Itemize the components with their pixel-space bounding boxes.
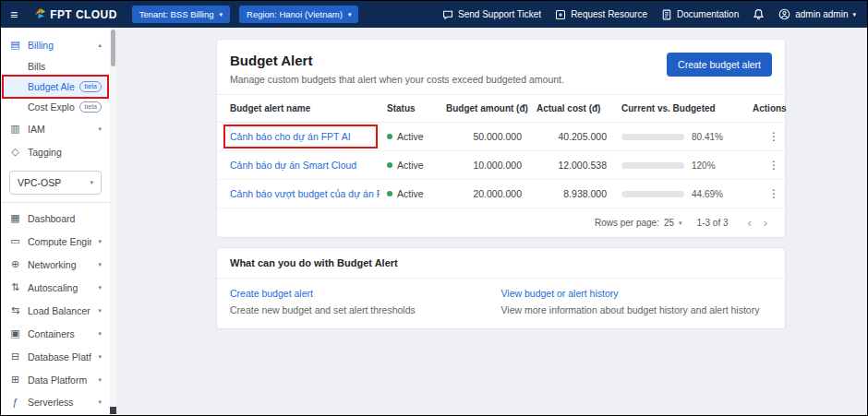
compute-engine-icon: ▭	[9, 235, 21, 247]
rows-per-page-value: 25	[664, 218, 674, 228]
menu-icon[interactable]: ≡	[10, 8, 18, 21]
view-budget-history-link[interactable]: View budget or alert history	[501, 288, 773, 299]
sidebar-item-cost-explorer[interactable]: Cost Explorer beta	[1, 97, 110, 117]
help-card-title: What can you do with Budget Alert	[217, 248, 785, 279]
budget-alert-name-link[interactable]: Cảnh báo dự án Smart Cloud	[230, 160, 356, 171]
topbar: ≡ FPT CLOUD Tenant: BSS Billing ▾ Region…	[1, 1, 867, 28]
row-actions-kebab-icon[interactable]: ⋮	[768, 159, 779, 172]
budget-alert-name-link[interactable]: Cảnh báo vượt budget của dự án FCI	[230, 188, 380, 199]
table-row: Cảnh báo cho dự án FPT AI Active 50.000.…	[217, 123, 787, 151]
help-card: What can you do with Budget Alert Create…	[216, 247, 786, 329]
request-resource-label: Request Resource	[571, 9, 647, 19]
vpc-selector[interactable]: VPC-OSP ▾	[9, 171, 102, 195]
sidebar-item-label: Serverless	[28, 397, 74, 408]
budget-amount-value: 20.000.000	[439, 180, 529, 208]
actual-cost-value: 40.205.000	[529, 123, 614, 151]
tenant-selector-label: Tenant: BSS Billing	[139, 9, 214, 19]
vpc-selector-value: VPC-OSP	[18, 177, 61, 188]
sidebar-item-label: IAM	[28, 124, 45, 135]
send-support-ticket-link[interactable]: Send Support Ticket	[442, 9, 541, 20]
sidebar-item-load-balancer[interactable]: ⇆ Load Balancer ▾	[1, 299, 110, 322]
create-budget-alert-link[interactable]: Create budget alert	[230, 288, 501, 299]
database-icon: ⊟	[9, 351, 21, 363]
send-support-ticket-label: Send Support Ticket	[458, 9, 541, 19]
chevron-down-icon: ▾	[98, 238, 102, 245]
sidebar-item-database-platform[interactable]: ⊟ Database Platform ▾	[1, 345, 110, 368]
table-row: Cảnh báo dự án Smart Cloud Active 10.000…	[217, 151, 787, 180]
budget-amount-value: 10.000.000	[439, 151, 529, 180]
budget-alert-card: Budget Alert Manage custom budgets that …	[216, 39, 786, 238]
header-budget-amount: Budget amount (đ)	[439, 95, 529, 123]
sidebar-item-dashboard[interactable]: ▦ Dashboard	[1, 207, 110, 230]
iam-icon: ▥	[9, 123, 21, 135]
request-resource-link[interactable]: Request Resource	[555, 9, 647, 20]
scrollbar-thumb[interactable]	[111, 30, 115, 66]
progress-percent-label: 120%	[692, 160, 716, 171]
sidebar-item-label: Dashboard	[28, 213, 75, 224]
chevron-down-icon: ▾	[852, 11, 856, 18]
pagination-range-label: 1-3 of 3	[697, 218, 729, 228]
user-name-label: admin admin	[795, 9, 848, 19]
documentation-link[interactable]: Documentation	[661, 9, 739, 20]
budget-alert-name-link[interactable]: Cảnh báo cho dự án FPT AI	[230, 131, 351, 142]
fpt-logo-mark-icon	[34, 6, 46, 23]
tenant-selector[interactable]: Tenant: BSS Billing ▾	[132, 6, 230, 23]
previous-page-button[interactable]: ‹	[743, 216, 756, 230]
header-actual-cost: Actual cost (đ)	[529, 95, 614, 123]
table-row: Cảnh báo vượt budget của dự án FCI Activ…	[217, 180, 787, 208]
load-balancer-icon: ⇆	[9, 304, 21, 316]
sidebar-item-label: Autoscaling	[28, 282, 78, 293]
sidebar-divider	[1, 202, 110, 203]
chevron-down-icon: ▾	[98, 398, 102, 406]
rows-per-page-label: Rows per page:	[595, 218, 659, 228]
sidebar: ▤ Billing ▴ Bills Budget Alert beta Cost…	[1, 28, 110, 415]
chevron-down-icon: ▾	[90, 179, 93, 186]
user-avatar-icon	[778, 8, 790, 20]
sidebar-item-networking[interactable]: ⊕ Networking ▾	[1, 253, 110, 276]
sidebar-item-label: Data Platform	[28, 374, 87, 386]
sidebar-scrollbar[interactable]	[110, 28, 116, 415]
sidebar-item-ai-platform[interactable]: ◈ AI Platform ▾	[1, 413, 110, 415]
dashboard-icon: ▦	[9, 212, 21, 224]
help-item-description: View more information about budget histo…	[501, 304, 773, 315]
data-platform-icon: ⊞	[9, 374, 21, 386]
sidebar-item-label: Budget Alert	[28, 81, 75, 92]
row-actions-kebab-icon[interactable]: ⋮	[768, 187, 779, 200]
sidebar-item-compute-engine[interactable]: ▭ Compute Engine ▾	[1, 230, 110, 253]
sidebar-item-tagging[interactable]: ◇ Tagging	[1, 140, 110, 163]
networking-icon: ⊕	[9, 258, 21, 270]
sidebar-item-label: Database Platform	[28, 351, 91, 363]
notifications-bell-icon[interactable]	[753, 8, 765, 20]
sidebar-item-autoscaling[interactable]: ⇅ Autoscaling ▾	[1, 276, 110, 299]
user-menu[interactable]: admin admin ▾	[778, 8, 856, 20]
help-item: View budget or alert history View more i…	[501, 288, 773, 315]
create-budget-alert-button[interactable]: Create budget alert	[667, 53, 772, 77]
sidebar-item-containers[interactable]: ▣ Containers ▾	[1, 322, 110, 345]
support-ticket-icon	[442, 9, 453, 20]
status-label: Active	[397, 131, 424, 142]
app-window: ≡ FPT CLOUD Tenant: BSS Billing ▾ Region…	[0, 0, 868, 416]
region-selector-label: Region: Hanoi (Vietnam)	[247, 9, 343, 19]
sidebar-item-billing[interactable]: ▤ Billing ▴	[1, 33, 110, 56]
status-dot	[387, 191, 392, 196]
page-title: Budget Alert	[230, 53, 564, 68]
sidebar-item-budget-alert[interactable]: Budget Alert beta	[1, 77, 110, 97]
next-page-button[interactable]: ›	[759, 216, 772, 230]
progress-percent-label: 44.69%	[692, 189, 723, 199]
rows-per-page-select[interactable]: Rows per page: 25 ▾	[595, 218, 682, 228]
actual-cost-value: 8.938.000	[529, 180, 614, 208]
chevron-down-icon: ▾	[679, 220, 682, 227]
chevron-down-icon: ▾	[220, 11, 223, 18]
sidebar-item-iam[interactable]: ▥ IAM ▾	[1, 117, 110, 140]
scrollbar-endcap	[110, 407, 116, 414]
header-budget-alert-name: Budget alert name	[217, 95, 380, 123]
sidebar-item-label: Bills	[28, 61, 45, 72]
fpt-cloud-logo: FPT CLOUD	[34, 6, 117, 23]
sidebar-item-bills[interactable]: Bills	[1, 56, 110, 77]
row-actions-kebab-icon[interactable]: ⋮	[768, 130, 779, 143]
sidebar-item-serverless[interactable]: ƒ Serverless ▾	[1, 391, 110, 413]
chevron-up-icon: ▴	[98, 42, 102, 49]
sidebar-item-data-platform[interactable]: ⊞ Data Platform ▾	[1, 368, 110, 391]
chevron-down-icon: ▾	[348, 11, 352, 18]
region-selector[interactable]: Region: Hanoi (Vietnam) ▾	[239, 6, 358, 23]
